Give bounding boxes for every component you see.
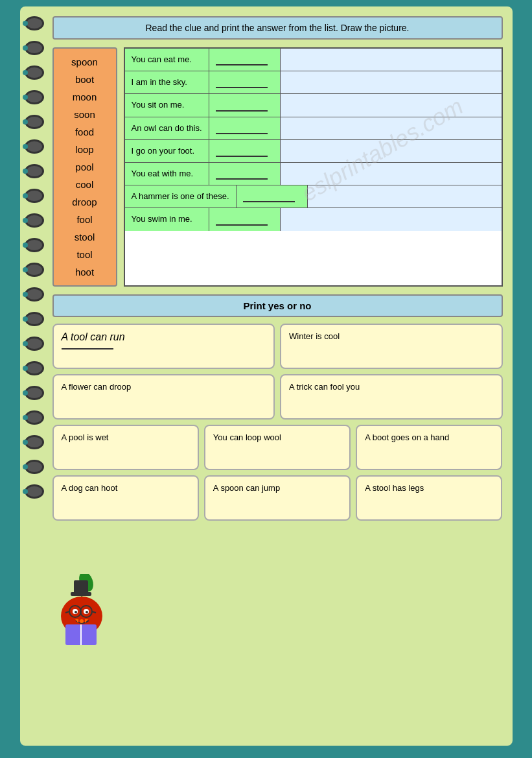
word-boot: boot: [75, 73, 94, 86]
spiral-16: [25, 386, 44, 400]
spiral-2: [25, 41, 44, 55]
word-stool: stool: [75, 230, 95, 244]
yn-row-4: A dog can hoot A spoon can jump A stool …: [52, 475, 503, 521]
yn-text-tool-run: A tool can run: [62, 331, 266, 343]
spiral-17: [25, 410, 44, 425]
spiral-20: [25, 484, 44, 499]
yn-text-trick-fool: A trick can fool you: [289, 382, 494, 392]
spiral-1: [25, 16, 44, 30]
spiral-18: [25, 435, 44, 449]
yn-cell-pool-wet[interactable]: A pool is wet: [52, 425, 199, 470]
draw-cell-7[interactable]: [308, 185, 502, 207]
yn-row-1: A tool can run Winter is cool: [52, 324, 503, 369]
answer-cell-4[interactable]: [209, 117, 281, 139]
clue-text-8: You swim in me.: [125, 208, 209, 230]
yn-text-boot-hand: A boot goes on a hand: [365, 432, 493, 442]
answer-line-8: [216, 224, 268, 226]
instruction-text: Read the clue and print the answer from …: [146, 23, 410, 33]
svg-point-18: [80, 619, 84, 623]
draw-cell-2[interactable]: [281, 71, 502, 93]
spiral-13: [25, 312, 44, 326]
word-list: spoon boot moon soon food loop pool cool…: [52, 47, 117, 287]
yn-cell-boot-hand[interactable]: A boot goes on a hand: [356, 425, 502, 470]
yn-cell-loop-wool[interactable]: You can loop wool: [204, 425, 351, 470]
draw-cell-6[interactable]: [281, 163, 502, 185]
answer-cell-7[interactable]: [237, 185, 308, 207]
draw-cell-5[interactable]: [281, 140, 502, 162]
yn-text-stool-legs: A stool has legs: [365, 483, 493, 493]
word-hoot: hoot: [75, 265, 94, 279]
spiral-11: [25, 263, 44, 277]
yn-cell-stool-legs[interactable]: A stool has legs: [356, 475, 502, 521]
answer-line-3: [216, 110, 268, 112]
notebook: eslprintables.com Read the clue and prin…: [20, 6, 513, 746]
character-svg: [52, 574, 111, 652]
clue-text-3: You sit on me.: [125, 94, 209, 116]
yn-cell-trick-fool[interactable]: A trick can fool you: [280, 374, 503, 420]
answer-cell-2[interactable]: [209, 71, 281, 93]
print-header: Print yes or no: [52, 294, 503, 317]
yn-row-2: A flower can droop A trick can fool you: [52, 374, 503, 420]
word-tool: tool: [76, 248, 92, 261]
spiral-8: [25, 189, 44, 203]
clue-text-6: You eat with me.: [125, 163, 209, 185]
yn-cell-winter-cool[interactable]: Winter is cool: [280, 324, 503, 369]
answer-line-4: [216, 133, 268, 134]
character-illustration: [52, 574, 111, 645]
clue-table: You can eat me. I am in the sky. You sit…: [124, 47, 503, 287]
answer-line-7: [243, 201, 295, 202]
clue-text-2: I am in the sky.: [125, 71, 209, 93]
word-food: food: [75, 125, 94, 139]
draw-cell-3[interactable]: [281, 94, 502, 116]
word-fool: fool: [76, 213, 92, 226]
draw-cell-1[interactable]: [281, 49, 502, 71]
clue-row-8: You swim in me.: [125, 208, 502, 230]
yn-grid: A tool can run Winter is cool A flower c…: [52, 324, 503, 521]
yn-text-pool-wet: A pool is wet: [62, 432, 190, 442]
spiral-7: [25, 164, 44, 178]
clue-row-5: I go on your foot.: [125, 140, 502, 163]
spiral-5: [25, 115, 44, 129]
draw-cell-8[interactable]: [281, 208, 502, 230]
clue-text-7: A hammer is one of these.: [125, 185, 237, 207]
yn-row-3: A pool is wet You can loop wool A boot g…: [52, 425, 503, 470]
word-droop: droop: [72, 195, 97, 209]
clue-text-5: I go on your foot.: [125, 140, 209, 162]
answer-cell-6[interactable]: [209, 163, 281, 185]
spiral-12: [25, 287, 44, 302]
spiral-4: [25, 90, 44, 104]
answer-line-5: [216, 156, 268, 157]
answer-cell-8[interactable]: [209, 208, 281, 230]
yn-text-flower-droop: A flower can droop: [62, 382, 266, 392]
yn-text-dog-hoot: A dog can hoot: [62, 483, 190, 493]
word-moon: moon: [73, 90, 97, 104]
yn-cell-flower-droop[interactable]: A flower can droop: [52, 374, 275, 420]
spiral-3: [25, 65, 44, 80]
answer-line-6: [216, 178, 268, 180]
answer-cell-3[interactable]: [209, 94, 281, 116]
clue-row-1: You can eat me.: [125, 49, 502, 71]
yn-text-spoon-jump: A spoon can jump: [213, 483, 341, 493]
word-loop: loop: [75, 143, 93, 156]
spiral-binding: [20, 6, 49, 746]
clue-row-7: A hammer is one of these.: [125, 185, 502, 208]
answer-cell-1[interactable]: [209, 49, 281, 71]
clue-row-4: An owl can do this.: [125, 117, 502, 140]
clue-row-2: I am in the sky.: [125, 71, 502, 94]
yn-cell-tool-run[interactable]: A tool can run: [52, 324, 275, 369]
yn-text-loop-wool: You can loop wool: [213, 432, 341, 442]
answer-line-1: [216, 64, 268, 65]
yn-answer-line-0: [62, 348, 113, 349]
word-spoon: spoon: [71, 55, 98, 69]
answer-cell-5[interactable]: [209, 140, 281, 162]
spiral-14: [25, 337, 44, 351]
print-header-text: Print yes or no: [243, 300, 311, 311]
yn-cell-dog-hoot[interactable]: A dog can hoot: [52, 475, 199, 521]
clue-row-6: You eat with me.: [125, 163, 502, 185]
yn-cell-spoon-jump[interactable]: A spoon can jump: [204, 475, 351, 521]
yn-text-winter-cool: Winter is cool: [289, 331, 494, 341]
clue-row-3: You sit on me.: [125, 94, 502, 117]
svg-point-10: [75, 611, 77, 613]
word-pool: pool: [75, 160, 93, 174]
draw-cell-4[interactable]: [281, 117, 502, 139]
